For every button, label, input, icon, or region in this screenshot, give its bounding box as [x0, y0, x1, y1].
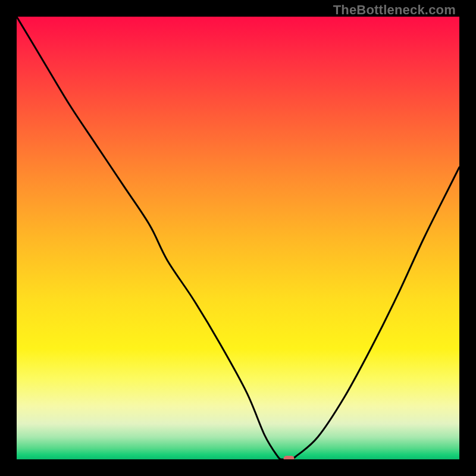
watermark-text: TheBottleneck.com [333, 2, 456, 18]
optimal-marker [284, 456, 295, 459]
bottleneck-curve [17, 17, 459, 459]
curve-layer [17, 17, 459, 459]
chart-frame: TheBottleneck.com [0, 0, 476, 476]
plot-area [17, 17, 459, 459]
